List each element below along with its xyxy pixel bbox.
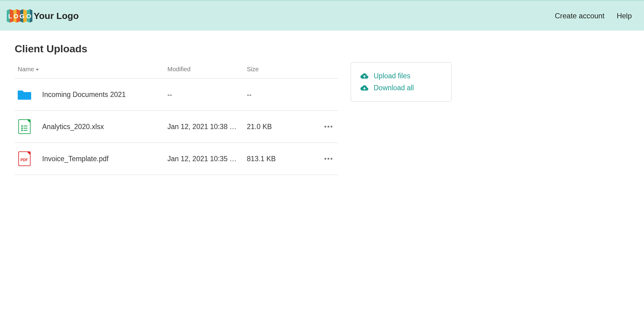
upload-files-button[interactable]: Upload files [360, 70, 442, 82]
svg-rect-12 [19, 120, 30, 134]
header-links: Create account Help [555, 12, 632, 20]
svg-point-18 [22, 130, 23, 131]
header: L O G O Your Logo Create account Help [0, 0, 644, 31]
more-actions-button[interactable] [324, 126, 332, 128]
svg-text:O: O [26, 13, 31, 20]
side-panel: Upload files Download all [351, 62, 452, 102]
svg-text:O: O [13, 13, 18, 20]
spreadsheet-icon [18, 119, 31, 134]
svg-text:G: G [20, 13, 24, 20]
file-modified: -- [167, 91, 247, 99]
create-account-link[interactable]: Create account [555, 12, 605, 20]
more-actions-button[interactable] [324, 158, 332, 160]
table-row[interactable]: PDF Invoice_Template.pdf Jan 12, 2021 10… [15, 143, 338, 175]
download-all-label: Download all [374, 84, 414, 92]
svg-text:L: L [8, 13, 12, 20]
table-row[interactable]: Analytics_2020.xlsx Jan 12, 2021 10:38 …… [15, 111, 338, 143]
logo[interactable]: L O G O Your Logo [6, 8, 79, 24]
file-modified: Jan 12, 2021 10:38 … [167, 123, 247, 131]
file-name: Incoming Documents 2021 [42, 91, 126, 99]
column-header-name[interactable]: Name [18, 66, 167, 73]
file-name: Analytics_2020.xlsx [42, 123, 104, 131]
file-listing: Client Uploads Name Modified Size Incomi… [15, 43, 338, 175]
upload-files-label: Upload files [374, 72, 410, 80]
table-row[interactable]: Incoming Documents 2021 -- -- [15, 79, 338, 111]
sort-caret-down-icon [36, 69, 39, 71]
file-size: 813.1 KB [247, 155, 302, 163]
svg-text:PDF: PDF [20, 158, 28, 162]
svg-point-14 [22, 126, 23, 127]
column-header-size[interactable]: Size [247, 66, 302, 73]
file-name: Invoice_Template.pdf [42, 155, 108, 163]
logo-text: Your Logo [34, 11, 79, 21]
file-modified: Jan 12, 2021 10:35 … [167, 155, 247, 163]
svg-point-16 [22, 128, 23, 129]
file-size: -- [247, 91, 302, 99]
help-link[interactable]: Help [617, 12, 632, 20]
folder-icon [18, 87, 31, 102]
cloud-download-icon [360, 85, 369, 91]
pdf-icon: PDF [18, 151, 31, 166]
logo-icon: L O G O [6, 8, 33, 24]
file-size: 21.0 KB [247, 123, 302, 131]
column-header-modified[interactable]: Modified [167, 66, 247, 73]
table-header: Name Modified Size [15, 66, 338, 79]
main: Client Uploads Name Modified Size Incomi… [0, 31, 644, 187]
page-title: Client Uploads [15, 43, 338, 55]
column-header-name-label: Name [18, 66, 34, 73]
download-all-button[interactable]: Download all [360, 82, 442, 94]
cloud-upload-icon [360, 73, 369, 79]
